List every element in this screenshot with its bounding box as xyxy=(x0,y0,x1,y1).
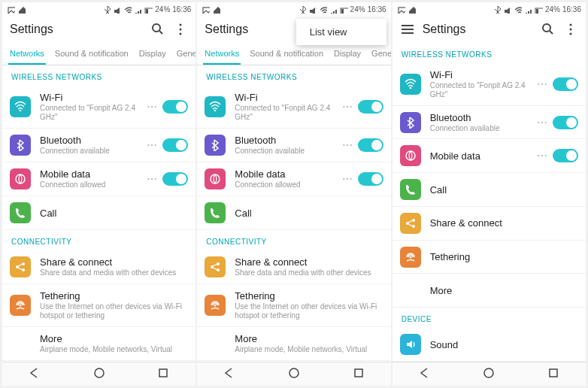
row-tethering[interactable]: TetheringUse the Internet on other devic… xyxy=(197,284,390,327)
tab-display[interactable]: Display xyxy=(138,43,168,65)
data-more-icon[interactable]: ⋯ xyxy=(338,173,358,185)
signal-icon xyxy=(134,5,142,14)
sound-title: Sound xyxy=(430,339,578,350)
nav-recent[interactable] xyxy=(157,367,169,381)
bt-more-icon[interactable]: ⋯ xyxy=(338,139,358,151)
wifi-toggle[interactable] xyxy=(162,100,188,114)
call-icon xyxy=(400,179,421,200)
bluetooth-icon xyxy=(205,135,226,156)
bt-more-icon[interactable]: ⋯ xyxy=(142,139,162,151)
data-toggle[interactable] xyxy=(162,172,188,186)
image-icon xyxy=(202,5,210,14)
row-bluetooth[interactable]: BluetoothConnection available ⋯ xyxy=(393,106,586,140)
data-more-icon[interactable]: ⋯ xyxy=(532,150,553,162)
row-share[interactable]: Share & connectShare data and media with… xyxy=(2,250,195,284)
row-call[interactable]: Call xyxy=(197,196,390,230)
tab-general[interactable]: General xyxy=(370,43,391,65)
row-call[interactable]: Call xyxy=(2,196,195,230)
battery-icon xyxy=(144,5,153,14)
share-title: Share & connect xyxy=(430,217,578,229)
row-tethering[interactable]: Tethering xyxy=(393,241,586,274)
bluetooth-status-icon xyxy=(102,5,111,14)
bt-more-icon[interactable]: ⋯ xyxy=(532,117,553,129)
svg-rect-22 xyxy=(355,369,362,377)
row-more[interactable]: More xyxy=(393,274,586,308)
wifi-sub: Connected to "Fonpit AG 2.4 GHz" xyxy=(235,104,337,122)
tabs: Networks Sound & notification Display Ge… xyxy=(2,43,195,65)
nav-home[interactable] xyxy=(288,367,300,381)
hamburger-menu-button[interactable] xyxy=(400,22,415,37)
tab-networks[interactable]: Networks xyxy=(203,43,241,65)
nav-bar xyxy=(2,362,195,386)
wifi-toggle[interactable] xyxy=(553,77,578,91)
overflow-menu-button[interactable] xyxy=(173,22,188,37)
data-sub: Connection allowed xyxy=(235,180,337,189)
call-title: Call xyxy=(40,208,188,219)
nav-bar xyxy=(393,362,586,386)
tab-display[interactable]: Display xyxy=(332,43,362,65)
row-mobiledata[interactable]: Mobile dataConnection allowed ⋯ xyxy=(2,162,195,196)
nav-back[interactable] xyxy=(419,367,431,381)
wifi-toggle[interactable] xyxy=(358,100,383,114)
row-tethering[interactable]: TetheringUse the Internet on other devic… xyxy=(2,284,195,327)
row-share[interactable]: Share & connect xyxy=(393,207,586,241)
tether-sub: Use the Internet on other devices via Wi… xyxy=(40,302,188,320)
title-bar: Settings xyxy=(393,16,586,43)
row-mobiledata[interactable]: Mobile dataConnection allowed ⋯ xyxy=(197,162,390,196)
data-sub: Connection allowed xyxy=(40,180,142,189)
nav-home[interactable] xyxy=(483,367,495,381)
tab-general[interactable]: General xyxy=(175,43,196,65)
tab-sound[interactable]: Sound & notification xyxy=(53,43,130,65)
status-bar: 24% 16:36 xyxy=(197,2,390,16)
share-title: Share & connect xyxy=(235,256,383,268)
mute-icon xyxy=(503,5,511,14)
image-icon xyxy=(7,5,15,14)
search-button[interactable] xyxy=(150,22,165,37)
svg-point-21 xyxy=(289,368,299,377)
bt-sub: Connection available xyxy=(235,147,337,156)
row-wifi[interactable]: Wi-FiConnected to "Fonpit AG 2.4 GHz" ⋯ xyxy=(393,63,586,106)
data-more-icon[interactable]: ⋯ xyxy=(142,173,162,185)
row-wifi[interactable]: Wi-FiConnected to "Fonpit AG 2.4 GHz" ⋯ xyxy=(2,86,195,129)
overflow-menu-button[interactable] xyxy=(563,22,578,37)
share-sub: Share data and media with other devices xyxy=(235,268,383,277)
nav-recent[interactable] xyxy=(353,367,365,381)
row-more[interactable]: MoreAirplane mode, Mobile networks, Virt… xyxy=(197,327,390,361)
wifi-more-icon[interactable]: ⋯ xyxy=(142,101,162,113)
wifi-more-icon[interactable]: ⋯ xyxy=(338,101,358,113)
signal-icon xyxy=(524,5,532,14)
wifi-more-icon[interactable]: ⋯ xyxy=(532,78,553,90)
sound-icon xyxy=(400,334,421,355)
row-wifi[interactable]: Wi-FiConnected to "Fonpit AG 2.4 GHz" ⋯ xyxy=(197,86,390,129)
data-title: Mobile data xyxy=(40,168,142,180)
bt-toggle[interactable] xyxy=(553,116,578,129)
call-title: Call xyxy=(430,184,578,196)
bt-toggle[interactable] xyxy=(162,138,188,152)
row-bluetooth[interactable]: BluetoothConnection available ⋯ xyxy=(197,129,390,162)
row-sound[interactable]: Sound xyxy=(393,328,586,362)
row-more[interactable]: MoreAirplane mode, Mobile networks, Virt… xyxy=(2,327,195,361)
search-button[interactable] xyxy=(541,22,556,37)
nav-back[interactable] xyxy=(29,367,41,381)
bluetooth-icon xyxy=(400,112,421,133)
section-device: DEVICE xyxy=(393,308,586,328)
nav-bar xyxy=(197,362,390,386)
bt-title: Bluetooth xyxy=(40,135,142,146)
row-mobiledata[interactable]: Mobile data ⋯ xyxy=(393,139,586,173)
nav-recent[interactable] xyxy=(547,367,559,381)
row-bluetooth[interactable]: BluetoothConnection available ⋯ xyxy=(2,129,195,162)
nav-home[interactable] xyxy=(93,367,105,381)
call-title: Call xyxy=(235,208,383,219)
nav-back[interactable] xyxy=(223,367,235,381)
tab-sound[interactable]: Sound & notification xyxy=(248,43,325,65)
signal-icon xyxy=(329,5,338,14)
data-toggle[interactable] xyxy=(358,172,383,186)
menu-item-listview[interactable]: List view xyxy=(310,26,373,38)
data-toggle[interactable] xyxy=(553,149,578,162)
call-icon xyxy=(10,202,31,223)
tab-networks[interactable]: Networks xyxy=(8,43,46,65)
bt-toggle[interactable] xyxy=(358,138,383,152)
row-call[interactable]: Call xyxy=(393,173,586,207)
row-share[interactable]: Share & connectShare data and media with… xyxy=(197,250,390,284)
more-title: More xyxy=(430,285,578,296)
